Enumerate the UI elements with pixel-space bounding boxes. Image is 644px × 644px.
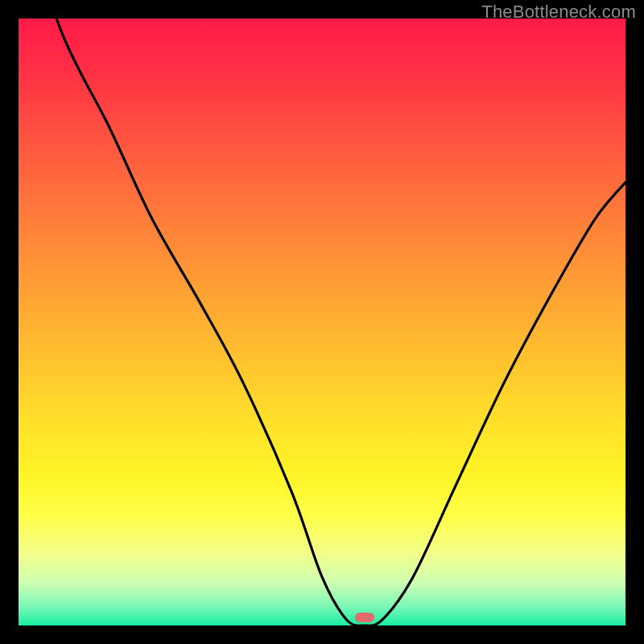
optimal-marker [355,613,374,622]
watermark-text: TheBottleneck.com [481,2,636,23]
curve-svg [19,19,625,625]
chart-frame: TheBottleneck.com [0,0,644,644]
plot-area [19,19,625,625]
bottleneck-curve [19,19,625,625]
